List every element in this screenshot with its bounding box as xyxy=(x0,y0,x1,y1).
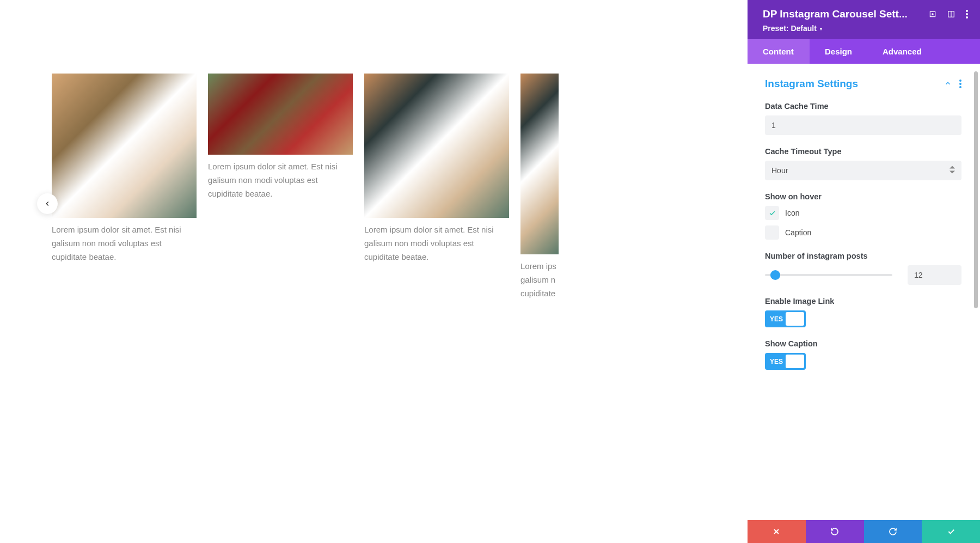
carousel-card[interactable]: Lorem ipsum dolor sit amet. Est nisi gal… xyxy=(208,74,353,300)
carousel-image xyxy=(520,74,559,254)
carousel-caption: Lorem ipsum dolor sit amet. Est nisi gal… xyxy=(208,155,353,200)
svg-point-9 xyxy=(959,86,961,88)
field-label: Enable Image Link xyxy=(765,297,961,306)
tab-design[interactable]: Design xyxy=(810,39,867,64)
settings-panel: DP Instagram Carousel Sett... Preset: De… xyxy=(748,0,980,543)
preset-selector[interactable]: Preset: Default ▼ xyxy=(763,24,968,33)
panel-body: Instagram Settings Data Cache Time Cache… xyxy=(748,64,980,520)
section-title: Instagram Settings xyxy=(765,78,858,90)
toggle-knob xyxy=(786,312,804,326)
carousel-caption: Lorem ipsum dolor sit amet. Est nisi gal… xyxy=(52,218,197,264)
caption-fragment: Lorem ips xyxy=(520,261,556,271)
carousel-card[interactable]: Lorem ipsum dolor sit amet. Est nisi gal… xyxy=(52,74,197,300)
slider-thumb[interactable] xyxy=(770,270,780,280)
undo-icon xyxy=(830,527,839,536)
caption-fragment: galisum n xyxy=(520,275,555,284)
carousel-image xyxy=(208,74,353,155)
expand-icon[interactable] xyxy=(929,10,936,18)
field-cache-timeout-type: Cache Timeout Type Hour xyxy=(765,147,961,180)
carousel-card[interactable]: Lorem ipsum dolor sit amet. Est nisi gal… xyxy=(364,74,509,300)
field-label: Data Cache Time xyxy=(765,102,961,111)
show-caption-toggle[interactable]: YES xyxy=(765,353,806,370)
section-more-icon[interactable] xyxy=(959,80,961,88)
field-num-posts: Number of instagram posts xyxy=(765,252,961,285)
checkbox-label: Icon xyxy=(785,209,799,217)
field-data-cache-time: Data Cache Time xyxy=(765,102,961,135)
carousel: Lorem ipsum dolor sit amet. Est nisi gal… xyxy=(52,74,748,300)
num-posts-slider[interactable] xyxy=(765,274,892,276)
panel-header: DP Instagram Carousel Sett... Preset: De… xyxy=(748,0,980,39)
num-posts-input[interactable] xyxy=(908,265,961,285)
check-icon xyxy=(769,210,776,217)
enable-image-link-toggle[interactable]: YES xyxy=(765,310,806,327)
toggle-knob xyxy=(786,355,804,368)
checkbox-caption[interactable] xyxy=(765,225,779,240)
field-show-caption: Show Caption YES xyxy=(765,339,961,370)
cancel-button[interactable] xyxy=(748,520,806,543)
undo-button[interactable] xyxy=(806,520,864,543)
check-icon xyxy=(947,527,955,536)
panel-title: DP Instagram Carousel Sett... xyxy=(763,8,908,20)
svg-point-4 xyxy=(966,10,968,12)
scrollbar-thumb[interactable] xyxy=(974,71,978,308)
field-show-on-hover: Show on hover Icon Caption xyxy=(765,192,961,240)
svg-point-7 xyxy=(959,80,961,82)
carousel-caption: Lorem ips galisum n cupiditate xyxy=(520,254,559,300)
checkbox-label: Caption xyxy=(785,228,811,237)
panel-footer xyxy=(748,520,980,543)
save-button[interactable] xyxy=(922,520,980,543)
chevron-left-icon xyxy=(44,200,51,208)
toggle-label: YES xyxy=(765,315,783,323)
field-label: Cache Timeout Type xyxy=(765,147,961,156)
check-row-caption: Caption xyxy=(765,225,961,240)
cache-timeout-type-select[interactable]: Hour xyxy=(765,161,961,180)
data-cache-time-input[interactable] xyxy=(765,115,961,135)
field-enable-image-link: Enable Image Link YES xyxy=(765,297,961,327)
carousel-prev-button[interactable] xyxy=(37,193,58,214)
close-icon xyxy=(772,527,781,536)
carousel-card[interactable]: Lorem ips galisum n cupiditate xyxy=(520,74,559,300)
canvas-area: Lorem ipsum dolor sit amet. Est nisi gal… xyxy=(0,0,748,543)
carousel-caption: Lorem ipsum dolor sit amet. Est nisi gal… xyxy=(364,218,509,264)
preset-value: Default xyxy=(791,24,816,33)
redo-icon xyxy=(889,527,897,536)
field-label: Show on hover xyxy=(765,192,961,201)
carousel-image xyxy=(52,74,197,218)
tab-content[interactable]: Content xyxy=(748,39,810,64)
svg-point-1 xyxy=(932,14,933,15)
tab-advanced[interactable]: Advanced xyxy=(867,39,937,64)
preset-label: Preset: xyxy=(763,24,788,33)
carousel-image xyxy=(364,74,509,218)
section-header: Instagram Settings xyxy=(765,78,961,90)
field-label: Show Caption xyxy=(765,339,961,348)
svg-point-6 xyxy=(966,16,968,19)
toggle-label: YES xyxy=(765,358,783,365)
svg-point-8 xyxy=(959,83,961,85)
svg-point-5 xyxy=(966,13,968,15)
columns-icon[interactable] xyxy=(947,10,955,18)
collapse-icon[interactable] xyxy=(944,80,952,88)
tabs: Content Design Advanced xyxy=(748,39,980,64)
check-row-icon: Icon xyxy=(765,206,961,220)
chevron-down-icon: ▼ xyxy=(819,27,823,32)
more-icon[interactable] xyxy=(966,10,968,19)
field-label: Number of instagram posts xyxy=(765,252,961,260)
caption-fragment: cupiditate xyxy=(520,289,555,298)
redo-button[interactable] xyxy=(864,520,922,543)
checkbox-icon[interactable] xyxy=(765,206,779,220)
